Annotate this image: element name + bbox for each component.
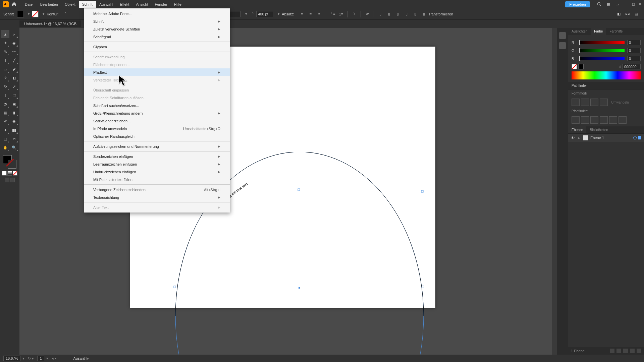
gradient-mode-icon[interactable]: [7, 171, 12, 176]
new-sublayer-icon[interactable]: [623, 349, 628, 353]
line-tool[interactable]: ╱: [10, 56, 18, 64]
fill-stroke-control[interactable]: [3, 155, 16, 169]
g-value[interactable]: 0: [627, 48, 641, 53]
app-logo[interactable]: Ai: [3, 1, 9, 7]
arrange-icon[interactable]: ▦: [607, 2, 610, 6]
rotate-tool[interactable]: ↻: [1, 82, 9, 90]
tab-bibliotheken[interactable]: Bibliotheken: [586, 126, 611, 133]
font-size-dd[interactable]: ▾: [276, 12, 282, 16]
lasso-tool[interactable]: ◉: [10, 39, 18, 47]
menu-item-28[interactable]: Textausrichtung▶: [84, 193, 230, 201]
pathfinder-title[interactable]: Pathfinder: [568, 82, 644, 89]
fill-dropdown[interactable]: ▾: [26, 12, 32, 16]
outline-button[interactable]: [609, 116, 617, 124]
minus-back-button[interactable]: [619, 116, 627, 124]
menu-schrift[interactable]: Schrift: [79, 1, 96, 8]
align-center-icon[interactable]: ≡: [308, 11, 313, 17]
shape-builder-tool[interactable]: ◔: [1, 100, 9, 108]
hex-value[interactable]: 000000: [623, 64, 641, 69]
stroke-swatch[interactable]: [32, 11, 39, 17]
trim-button[interactable]: [581, 116, 589, 124]
menu-ansicht[interactable]: Ansicht: [132, 1, 151, 8]
share-button[interactable]: Freigeben: [565, 1, 590, 7]
workspace-icon[interactable]: ▭: [615, 2, 619, 6]
menu-item-15[interactable]: Groß-/Kleinschreibung ändern▶: [84, 109, 230, 117]
align-obj-5-icon[interactable]: ▯: [413, 11, 418, 17]
stroke-color[interactable]: [8, 160, 16, 169]
font-style-dd[interactable]: ▾: [243, 12, 249, 16]
pin-icon[interactable]: ▸◂: [625, 11, 630, 17]
artboard-tool[interactable]: ▢: [1, 135, 9, 143]
graph-tool[interactable]: ▮▮: [10, 126, 18, 134]
font-size-field[interactable]: 400 pt: [256, 11, 273, 17]
page-dd[interactable]: ▾: [46, 356, 48, 361]
warp-icon[interactable]: ⌇: [352, 11, 357, 17]
zoom-tool[interactable]: 🔍: [10, 143, 18, 152]
rotate-dd[interactable]: ↻ ▾: [28, 356, 34, 361]
spectrum-bar[interactable]: [572, 71, 641, 79]
menu-item-25[interactable]: Mit Platzhaltertext füllen: [84, 176, 230, 183]
window-close[interactable]: ✕: [638, 2, 641, 6]
home-icon[interactable]: [11, 1, 17, 7]
selection-tool[interactable]: ▲: [1, 30, 9, 38]
magic-wand-tool[interactable]: ✴: [1, 39, 9, 47]
expand-arrow-icon[interactable]: ▸: [578, 136, 582, 140]
divide-button[interactable]: [572, 116, 580, 124]
direct-selection-tool[interactable]: ▹: [10, 30, 18, 38]
none-swatch[interactable]: [572, 64, 577, 69]
panel-icon-1[interactable]: [559, 32, 566, 39]
menu-fenster[interactable]: Fenster: [151, 1, 170, 8]
r-value[interactable]: 0: [627, 40, 641, 45]
align-left-icon[interactable]: ≡: [299, 11, 305, 17]
envelope-icon[interactable]: ▱: [365, 11, 370, 17]
menu-item-20[interactable]: Aufzählungszeichen und Nummerierung▶: [84, 142, 230, 150]
visibility-icon[interactable]: 👁: [571, 136, 576, 140]
kontur-stepper[interactable]: ⌃: [62, 12, 69, 16]
page-field[interactable]: 1: [37, 356, 44, 361]
zoom-dd[interactable]: ▾: [22, 356, 24, 361]
shaper-tool[interactable]: ✧: [1, 74, 9, 82]
draw-normal-icon[interactable]: [5, 178, 9, 182]
align-obj-3-icon[interactable]: ▯: [395, 11, 400, 17]
locate-layer-icon[interactable]: [610, 349, 614, 353]
minus-front-button[interactable]: [581, 99, 589, 106]
eraser-tool[interactable]: ◧: [10, 74, 18, 82]
path-text[interactable]: ist ein test text: [229, 159, 464, 226]
menu-effekt[interactable]: Effekt: [116, 1, 132, 8]
merge-button[interactable]: [590, 116, 598, 124]
menu-objekt[interactable]: Objekt: [61, 1, 79, 8]
intersect-button[interactable]: [590, 99, 598, 106]
menu-item-5[interactable]: Glyphen: [84, 43, 230, 51]
target-icon[interactable]: [633, 136, 637, 139]
tab-ebenen[interactable]: Ebenen: [568, 126, 586, 133]
stroke-dropdown[interactable]: ▾: [41, 12, 47, 16]
panel-icon-2[interactable]: [559, 42, 566, 49]
layer-name[interactable]: Ebene 1: [590, 136, 604, 140]
fill-swatch[interactable]: [17, 11, 24, 17]
crop-button[interactable]: [600, 116, 608, 124]
menu-item-24[interactable]: Umbruchzeichen einfügen▶: [84, 168, 230, 176]
scrollbar-vertical[interactable]: [552, 28, 557, 355]
align-right-icon[interactable]: ≡: [317, 11, 322, 17]
b-slider[interactable]: [579, 57, 625, 60]
menu-datei[interactable]: Datei: [21, 1, 37, 8]
scale-tool[interactable]: ⤢: [10, 82, 18, 90]
mesh-tool[interactable]: ▦: [1, 109, 9, 117]
align-obj-4-icon[interactable]: ▯: [404, 11, 409, 17]
perspective-tool[interactable]: ▣: [10, 100, 18, 108]
layer-row-1[interactable]: 👁 ▸ Ebene 1: [568, 134, 644, 142]
align-obj-6-icon[interactable]: ▯: [421, 11, 427, 17]
menu-item-3[interactable]: Schriftgrad▶: [84, 33, 230, 41]
slice-tool[interactable]: ✂: [10, 135, 18, 143]
menu-item-22[interactable]: Sonderzeichen einfügen▶: [84, 153, 230, 160]
clip-mask-icon[interactable]: [616, 349, 621, 353]
eyedropper-tool[interactable]: ✐: [1, 117, 9, 125]
delete-layer-icon[interactable]: [637, 349, 641, 353]
symbol-tool[interactable]: ✦: [1, 126, 9, 134]
menu-item-16[interactable]: Satz-/Sonderzeichen...: [84, 117, 230, 125]
menu-item-17[interactable]: In Pfade umwandelnUmschalttaste+Strg+O: [84, 125, 230, 132]
isolate-icon[interactable]: ◧: [616, 11, 622, 17]
menu-item-14[interactable]: Schriftart suchen/ersetzen...: [84, 102, 230, 109]
tab-farbhilfe[interactable]: Farbhilfe: [606, 28, 626, 35]
menu-bearbeiten[interactable]: Bearbeiten: [37, 1, 61, 8]
